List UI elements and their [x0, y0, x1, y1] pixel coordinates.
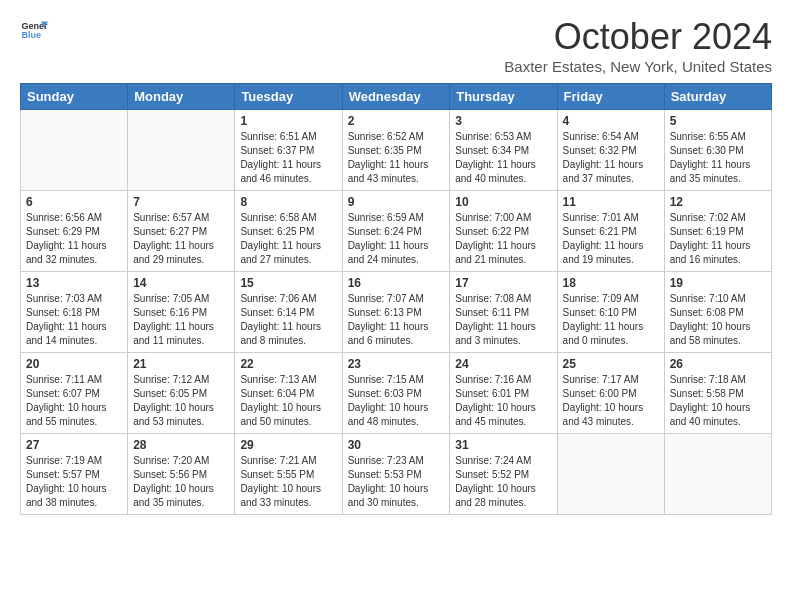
calendar-cell: 19Sunrise: 7:10 AMSunset: 6:08 PMDayligh…	[664, 272, 771, 353]
day-info: Sunrise: 7:15 AMSunset: 6:03 PMDaylight:…	[348, 373, 445, 429]
day-number: 28	[133, 438, 229, 452]
day-info: Sunrise: 7:03 AMSunset: 6:18 PMDaylight:…	[26, 292, 122, 348]
day-number: 6	[26, 195, 122, 209]
calendar-header-wednesday: Wednesday	[342, 84, 450, 110]
day-number: 26	[670, 357, 766, 371]
day-info: Sunrise: 7:18 AMSunset: 5:58 PMDaylight:…	[670, 373, 766, 429]
day-info: Sunrise: 7:23 AMSunset: 5:53 PMDaylight:…	[348, 454, 445, 510]
calendar-cell: 18Sunrise: 7:09 AMSunset: 6:10 PMDayligh…	[557, 272, 664, 353]
day-number: 9	[348, 195, 445, 209]
day-info: Sunrise: 6:52 AMSunset: 6:35 PMDaylight:…	[348, 130, 445, 186]
day-number: 14	[133, 276, 229, 290]
calendar-cell: 21Sunrise: 7:12 AMSunset: 6:05 PMDayligh…	[128, 353, 235, 434]
calendar-cell: 12Sunrise: 7:02 AMSunset: 6:19 PMDayligh…	[664, 191, 771, 272]
logo-icon: General Blue	[20, 16, 48, 44]
day-info: Sunrise: 7:10 AMSunset: 6:08 PMDaylight:…	[670, 292, 766, 348]
day-info: Sunrise: 7:01 AMSunset: 6:21 PMDaylight:…	[563, 211, 659, 267]
day-number: 27	[26, 438, 122, 452]
day-info: Sunrise: 6:53 AMSunset: 6:34 PMDaylight:…	[455, 130, 551, 186]
calendar-header-thursday: Thursday	[450, 84, 557, 110]
day-number: 2	[348, 114, 445, 128]
calendar-header-tuesday: Tuesday	[235, 84, 342, 110]
calendar-cell: 5Sunrise: 6:55 AMSunset: 6:30 PMDaylight…	[664, 110, 771, 191]
calendar-cell: 14Sunrise: 7:05 AMSunset: 6:16 PMDayligh…	[128, 272, 235, 353]
day-info: Sunrise: 7:02 AMSunset: 6:19 PMDaylight:…	[670, 211, 766, 267]
day-info: Sunrise: 6:57 AMSunset: 6:27 PMDaylight:…	[133, 211, 229, 267]
calendar-week-4: 27Sunrise: 7:19 AMSunset: 5:57 PMDayligh…	[21, 434, 772, 515]
month-title: October 2024	[504, 16, 772, 58]
calendar-cell: 2Sunrise: 6:52 AMSunset: 6:35 PMDaylight…	[342, 110, 450, 191]
calendar-week-2: 13Sunrise: 7:03 AMSunset: 6:18 PMDayligh…	[21, 272, 772, 353]
day-number: 22	[240, 357, 336, 371]
calendar-cell: 24Sunrise: 7:16 AMSunset: 6:01 PMDayligh…	[450, 353, 557, 434]
calendar-week-3: 20Sunrise: 7:11 AMSunset: 6:07 PMDayligh…	[21, 353, 772, 434]
day-info: Sunrise: 6:55 AMSunset: 6:30 PMDaylight:…	[670, 130, 766, 186]
calendar-cell: 10Sunrise: 7:00 AMSunset: 6:22 PMDayligh…	[450, 191, 557, 272]
day-number: 5	[670, 114, 766, 128]
calendar: SundayMondayTuesdayWednesdayThursdayFrid…	[20, 83, 772, 515]
calendar-cell	[557, 434, 664, 515]
calendar-header-sunday: Sunday	[21, 84, 128, 110]
page: General Blue October 2024 Baxter Estates…	[0, 0, 792, 525]
header: General Blue October 2024 Baxter Estates…	[20, 16, 772, 75]
calendar-header-row: SundayMondayTuesdayWednesdayThursdayFrid…	[21, 84, 772, 110]
calendar-week-1: 6Sunrise: 6:56 AMSunset: 6:29 PMDaylight…	[21, 191, 772, 272]
calendar-cell: 13Sunrise: 7:03 AMSunset: 6:18 PMDayligh…	[21, 272, 128, 353]
calendar-cell: 23Sunrise: 7:15 AMSunset: 6:03 PMDayligh…	[342, 353, 450, 434]
location: Baxter Estates, New York, United States	[504, 58, 772, 75]
day-number: 13	[26, 276, 122, 290]
logo: General Blue	[20, 16, 48, 44]
day-number: 16	[348, 276, 445, 290]
calendar-cell: 17Sunrise: 7:08 AMSunset: 6:11 PMDayligh…	[450, 272, 557, 353]
day-info: Sunrise: 7:21 AMSunset: 5:55 PMDaylight:…	[240, 454, 336, 510]
calendar-cell	[128, 110, 235, 191]
day-number: 10	[455, 195, 551, 209]
day-info: Sunrise: 6:56 AMSunset: 6:29 PMDaylight:…	[26, 211, 122, 267]
day-number: 30	[348, 438, 445, 452]
calendar-cell: 3Sunrise: 6:53 AMSunset: 6:34 PMDaylight…	[450, 110, 557, 191]
calendar-cell: 27Sunrise: 7:19 AMSunset: 5:57 PMDayligh…	[21, 434, 128, 515]
svg-text:Blue: Blue	[21, 30, 41, 40]
day-info: Sunrise: 6:58 AMSunset: 6:25 PMDaylight:…	[240, 211, 336, 267]
day-info: Sunrise: 7:20 AMSunset: 5:56 PMDaylight:…	[133, 454, 229, 510]
calendar-cell: 4Sunrise: 6:54 AMSunset: 6:32 PMDaylight…	[557, 110, 664, 191]
calendar-header-friday: Friday	[557, 84, 664, 110]
day-number: 3	[455, 114, 551, 128]
day-number: 11	[563, 195, 659, 209]
calendar-cell: 1Sunrise: 6:51 AMSunset: 6:37 PMDaylight…	[235, 110, 342, 191]
calendar-cell: 11Sunrise: 7:01 AMSunset: 6:21 PMDayligh…	[557, 191, 664, 272]
calendar-cell: 26Sunrise: 7:18 AMSunset: 5:58 PMDayligh…	[664, 353, 771, 434]
day-info: Sunrise: 7:16 AMSunset: 6:01 PMDaylight:…	[455, 373, 551, 429]
day-number: 15	[240, 276, 336, 290]
day-info: Sunrise: 7:11 AMSunset: 6:07 PMDaylight:…	[26, 373, 122, 429]
calendar-cell	[664, 434, 771, 515]
day-info: Sunrise: 7:12 AMSunset: 6:05 PMDaylight:…	[133, 373, 229, 429]
day-info: Sunrise: 7:24 AMSunset: 5:52 PMDaylight:…	[455, 454, 551, 510]
calendar-cell: 9Sunrise: 6:59 AMSunset: 6:24 PMDaylight…	[342, 191, 450, 272]
day-number: 1	[240, 114, 336, 128]
calendar-cell: 31Sunrise: 7:24 AMSunset: 5:52 PMDayligh…	[450, 434, 557, 515]
day-number: 24	[455, 357, 551, 371]
day-number: 23	[348, 357, 445, 371]
day-info: Sunrise: 7:06 AMSunset: 6:14 PMDaylight:…	[240, 292, 336, 348]
day-info: Sunrise: 7:00 AMSunset: 6:22 PMDaylight:…	[455, 211, 551, 267]
day-number: 8	[240, 195, 336, 209]
title-area: October 2024 Baxter Estates, New York, U…	[504, 16, 772, 75]
calendar-cell: 8Sunrise: 6:58 AMSunset: 6:25 PMDaylight…	[235, 191, 342, 272]
day-info: Sunrise: 7:17 AMSunset: 6:00 PMDaylight:…	[563, 373, 659, 429]
calendar-cell: 6Sunrise: 6:56 AMSunset: 6:29 PMDaylight…	[21, 191, 128, 272]
day-info: Sunrise: 7:13 AMSunset: 6:04 PMDaylight:…	[240, 373, 336, 429]
calendar-cell: 20Sunrise: 7:11 AMSunset: 6:07 PMDayligh…	[21, 353, 128, 434]
day-number: 19	[670, 276, 766, 290]
day-number: 17	[455, 276, 551, 290]
day-number: 20	[26, 357, 122, 371]
day-info: Sunrise: 7:09 AMSunset: 6:10 PMDaylight:…	[563, 292, 659, 348]
day-info: Sunrise: 7:07 AMSunset: 6:13 PMDaylight:…	[348, 292, 445, 348]
calendar-cell	[21, 110, 128, 191]
day-number: 25	[563, 357, 659, 371]
calendar-cell: 22Sunrise: 7:13 AMSunset: 6:04 PMDayligh…	[235, 353, 342, 434]
day-info: Sunrise: 7:05 AMSunset: 6:16 PMDaylight:…	[133, 292, 229, 348]
calendar-cell: 7Sunrise: 6:57 AMSunset: 6:27 PMDaylight…	[128, 191, 235, 272]
calendar-header-saturday: Saturday	[664, 84, 771, 110]
calendar-cell: 15Sunrise: 7:06 AMSunset: 6:14 PMDayligh…	[235, 272, 342, 353]
